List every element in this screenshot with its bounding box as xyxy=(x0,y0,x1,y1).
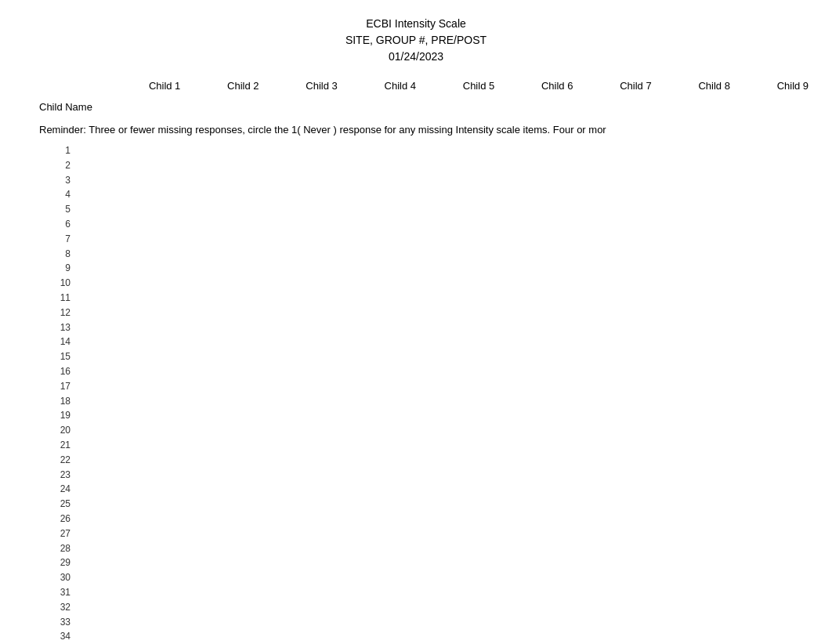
row-number-34: 34 xyxy=(39,629,71,644)
col-header-child-4: Child 4 xyxy=(361,77,440,95)
row-number-11: 11 xyxy=(39,291,71,306)
row-number-29: 29 xyxy=(39,555,71,570)
row-number-24: 24 xyxy=(39,482,71,497)
col-spacer xyxy=(39,77,125,95)
child-name-label: Child Name xyxy=(0,95,832,119)
row-number-6: 6 xyxy=(39,217,71,232)
row-number-31: 31 xyxy=(39,585,71,600)
column-headers: Child 1Child 2Child 3Child 4Child 5Child… xyxy=(0,77,832,95)
row-number-20: 20 xyxy=(39,423,71,438)
row-number-17: 17 xyxy=(39,379,71,394)
row-number-33: 33 xyxy=(39,615,71,630)
row-number-5: 5 xyxy=(39,202,71,217)
number-list: 1234567891011121314151617181920212223242… xyxy=(0,143,832,644)
row-number-18: 18 xyxy=(39,394,71,409)
row-number-8: 8 xyxy=(39,247,71,262)
row-number-15: 15 xyxy=(39,349,71,364)
row-number-21: 21 xyxy=(39,438,71,453)
row-number-3: 3 xyxy=(39,173,71,188)
row-number-4: 4 xyxy=(39,187,71,202)
row-number-2: 2 xyxy=(39,158,71,173)
row-number-12: 12 xyxy=(39,306,71,320)
row-number-32: 32 xyxy=(39,600,71,615)
title-line1: ECBI Intensity Scale xyxy=(0,16,832,32)
col-header-child-6: Child 6 xyxy=(518,77,596,95)
row-number-16: 16 xyxy=(39,364,71,379)
row-number-19: 19 xyxy=(39,408,71,423)
row-number-28: 28 xyxy=(39,541,71,556)
row-number-23: 23 xyxy=(39,468,71,483)
reminder-text: Reminder: Three or fewer missing respons… xyxy=(0,119,832,140)
row-number-7: 7 xyxy=(39,232,71,247)
row-number-14: 14 xyxy=(39,335,71,349)
row-number-13: 13 xyxy=(39,320,71,335)
col-header-child-9: Child 9 xyxy=(754,77,832,95)
col-header-child-3: Child 3 xyxy=(282,77,360,95)
col-header-child-7: Child 7 xyxy=(596,77,675,95)
row-number-26: 26 xyxy=(39,512,71,526)
row-number-27: 27 xyxy=(39,526,71,541)
row-number-10: 10 xyxy=(39,276,71,291)
col-header-child-8: Child 8 xyxy=(675,77,754,95)
row-number-25: 25 xyxy=(39,497,71,512)
title-line3: 01/24/2023 xyxy=(0,49,832,65)
title-line2: SITE, GROUP #, PRE/POST xyxy=(0,32,832,49)
col-header-child-2: Child 2 xyxy=(204,77,282,95)
row-number-30: 30 xyxy=(39,570,71,585)
col-header-child-1: Child 1 xyxy=(125,77,204,95)
row-number-1: 1 xyxy=(39,143,71,158)
row-number-22: 22 xyxy=(39,453,71,468)
row-number-9: 9 xyxy=(39,261,71,276)
page-header: ECBI Intensity Scale SITE, GROUP #, PRE/… xyxy=(0,0,832,73)
col-header-child-5: Child 5 xyxy=(440,77,518,95)
